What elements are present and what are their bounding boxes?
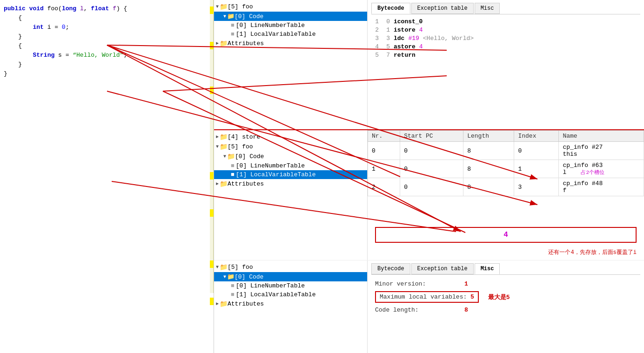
expand-arrow: ▼ — [216, 144, 219, 149]
tab-bytecode[interactable]: Bytecode — [371, 3, 410, 14]
tree-label: [5] foo — [228, 264, 253, 271]
tab-misc[interactable]: Misc — [475, 3, 500, 14]
folder-icon: 📁 — [220, 300, 228, 308]
top-tree-panel: ▼ 📁 [5] foo ▼ 📁 [0] Code ■ [0] LineNumbe… — [214, 0, 368, 129]
code-length-label: Code length: — [375, 306, 459, 313]
code-line-5: { — [0, 42, 210, 51]
max-vars-note: 最大是5 — [488, 293, 510, 301]
tab-exception-table[interactable]: Exception table — [411, 3, 474, 14]
code-line-4: } — [0, 33, 210, 42]
tree-label: Attributes — [228, 300, 264, 307]
bc-line-1: 1 0 iconst_0 — [371, 18, 640, 25]
bc-index: 1 — [371, 18, 379, 25]
code-content: public void foo(long l, float f) { { int… — [0, 0, 210, 293]
folder-icon: 📁 — [220, 40, 228, 47]
tree-item-lvt2[interactable]: ■ [1] LocalVariableTable — [214, 170, 367, 179]
bytecode-panel: Bytecode Exception table Misc 1 0 iconst… — [368, 0, 644, 129]
col-start-pc: Start PC — [400, 131, 463, 142]
cell-length: 8 — [463, 178, 514, 196]
tree-item-attrs2[interactable]: ► 📁 Attributes — [214, 179, 367, 189]
bc-instruction: iconst_0 — [394, 18, 423, 25]
tab-bytecode-misc[interactable]: Bytecode — [371, 263, 410, 274]
cell-index: 1 — [514, 160, 559, 178]
cp-info-link-27[interactable]: cp_info #27 — [563, 144, 603, 151]
var-name-f: f — [563, 187, 640, 194]
expand-arrow: ► — [216, 41, 219, 46]
bc-instruction: astore — [394, 43, 416, 50]
bc-offset: 0 — [382, 18, 390, 25]
yellow-sidebar — [210, 0, 214, 293]
slot-section: 4 还有一个4，先存放，后面s覆盖了i — [368, 221, 644, 260]
tree-item-code2[interactable]: ▼ 📁 [0] Code — [214, 152, 367, 161]
slot-note: 还有一个4，先存放，后面s覆盖了i — [371, 246, 640, 258]
tree-label: [5] foo — [228, 143, 253, 150]
table-row-0: 0 0 8 0 cp_info #27 this — [368, 142, 644, 160]
misc-row-codelength: Code length: 8 — [371, 305, 640, 315]
expand-arrow: ► — [216, 181, 219, 186]
slot-value: 4 — [503, 231, 508, 239]
col-name: Name — [559, 131, 644, 142]
folder-icon: 📁 — [220, 180, 228, 188]
table-row-1: 1 0 8 1 cp_info #63 l 占2个槽位 — [368, 160, 644, 178]
local-var-table: Nr. Start PC Length Index Name 0 0 — [368, 130, 644, 196]
bc-offset: 5 — [382, 43, 390, 50]
tree-item-lnt3[interactable]: ■ [0] LineNumberTable — [214, 281, 367, 290]
max-vars-box: Maximum local variables: 5 — [375, 291, 479, 303]
tree-item-foo1[interactable]: ▼ 📁 [5] foo — [214, 2, 367, 12]
tree-item-lvt3[interactable]: ■ [1] LocalVariableTable — [214, 290, 367, 299]
tree-label: [1] LocalVariableTable — [236, 171, 316, 178]
expand-arrow: ▼ — [216, 4, 219, 9]
minor-version-value: 1 — [464, 280, 468, 287]
cell-name: cp_info #48 f — [559, 178, 644, 196]
max-vars-label: Maximum local variables: — [380, 293, 467, 300]
tree-item-store[interactable]: ► 📁 [4] store — [214, 132, 367, 142]
var-name-l: l 占2个槽位 — [563, 169, 640, 176]
tree-label: [0] LineNumberTable — [236, 282, 305, 289]
bottom-tree-panel: ▼ 📁 [5] foo ▼ 📁 [0] Code ■ [0] LineNumbe… — [214, 260, 368, 353]
file-icon: ■ — [231, 22, 235, 29]
tree-label: Attributes — [228, 40, 264, 47]
bottom-section: ▼ 📁 [5] foo ▼ 📁 [0] Code ■ [0] LineNumbe… — [214, 260, 644, 353]
tab-misc-active[interactable]: Misc — [475, 263, 500, 274]
tree-item-lnt2[interactable]: ■ [0] LineNumberTable — [214, 161, 367, 170]
tree-item-code3[interactable]: ▼ 📁 [0] Code — [214, 272, 367, 281]
right-panel: ▼ 📁 [5] foo ▼ 📁 [0] Code ■ [0] LineNumbe… — [214, 0, 644, 353]
bc-index: 3 — [371, 35, 379, 42]
tree-item-attrs3[interactable]: ► 📁 Attributes — [214, 299, 367, 309]
folder-icon: 📁 — [227, 273, 235, 280]
tree-item-lnt1[interactable]: ■ [0] LineNumberTable — [214, 21, 367, 30]
cell-nr: 2 — [368, 178, 400, 196]
tree-label: Attributes — [228, 180, 264, 187]
tree-label: [5] foo — [228, 3, 253, 10]
sidebar-mark-7 — [210, 298, 214, 305]
cp-info-link-63[interactable]: cp_info #63 — [563, 162, 603, 169]
sidebar-mark-4 — [210, 172, 214, 180]
slot-value-box: 4 — [375, 227, 637, 243]
bc-index: 5 — [371, 52, 379, 59]
tree-item-code1[interactable]: ▼ 📁 [0] Code — [214, 12, 367, 21]
tab-exception-table-misc[interactable]: Exception table — [411, 263, 474, 274]
tree-label: [0] Code — [235, 273, 263, 280]
code-line-7: } — [0, 60, 210, 70]
folder-icon: 📁 — [220, 3, 228, 11]
cell-index: 3 — [514, 178, 559, 196]
sidebar-mark-5 — [210, 209, 214, 217]
bc-instruction: istore — [394, 27, 416, 33]
col-nr: Nr. — [368, 131, 400, 142]
cp-info-link-48[interactable]: cp_info #48 — [563, 180, 603, 187]
tree-item-lvt1[interactable]: ■ [1] LocalVariableTable — [214, 30, 367, 39]
tree-item-foo3[interactable]: ▼ 📁 [5] foo — [214, 262, 367, 272]
cell-name: cp_info #63 l 占2个槽位 — [559, 160, 644, 178]
var-name-this: this — [563, 151, 640, 158]
bc-index: 4 — [371, 43, 379, 50]
sidebar-mark-6 — [210, 260, 214, 268]
middle-tree-panel: ► 📁 [4] store ▼ 📁 [5] foo ▼ 📁 [0] C — [214, 130, 368, 260]
col-index: Index — [514, 131, 559, 142]
cell-nr: 0 — [368, 142, 400, 160]
tree-label: [0] Code — [235, 13, 263, 20]
tree-item-attrs1[interactable]: ► 📁 Attributes — [214, 39, 367, 48]
bytecode-tabs: Bytecode Exception table Misc — [371, 3, 640, 14]
file-icon: ■ — [231, 291, 235, 298]
tree-item-foo2[interactable]: ▼ 📁 [5] foo — [214, 142, 367, 152]
tree-label: [4] store — [228, 133, 260, 140]
